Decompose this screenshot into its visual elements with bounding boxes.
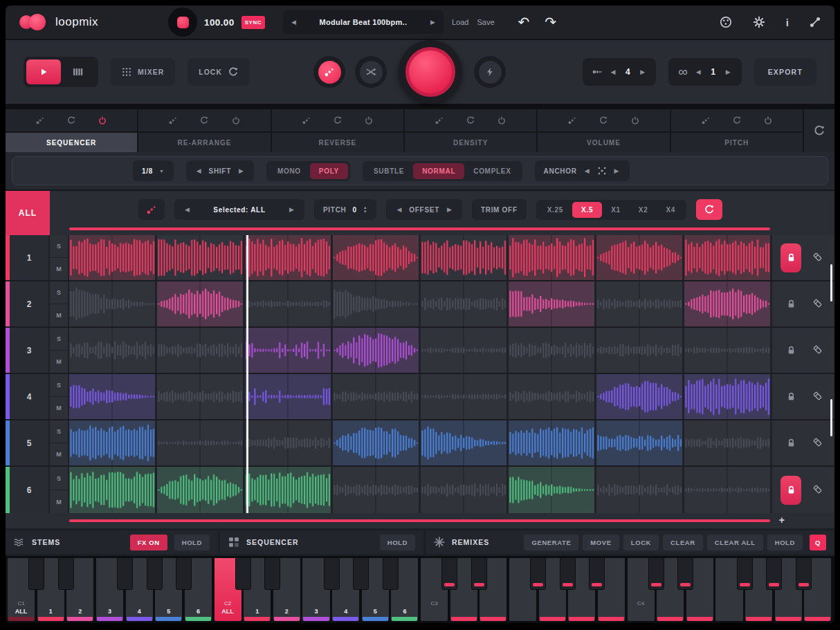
offset-left-button[interactable]: ◀ [395, 205, 403, 214]
black-key[interactable] [589, 557, 605, 590]
shuffle-button[interactable] [355, 56, 387, 88]
scrollbar-thumb[interactable] [830, 264, 833, 302]
loops-next-button[interactable]: ▶ [724, 67, 732, 77]
loop-cell[interactable] [245, 328, 333, 373]
track-erase-button[interactable] [812, 391, 823, 403]
black-key[interactable] [117, 557, 133, 590]
dots-fade-icon[interactable] [435, 116, 444, 124]
loop-cell[interactable] [684, 467, 770, 513]
tab-reverse[interactable]: REVERSE [272, 133, 405, 152]
normal-option[interactable]: NORMAL [413, 163, 464, 179]
main-remix-knob[interactable] [399, 40, 462, 104]
piano-view-button[interactable] [61, 59, 95, 84]
fx-on-button[interactable]: FX ON [130, 535, 167, 550]
loop-cell[interactable] [421, 328, 509, 373]
loop-cell[interactable] [333, 420, 421, 465]
add-button[interactable]: + [779, 515, 785, 526]
selection-dots-button[interactable] [138, 199, 165, 220]
loop-progress-bar[interactable] [69, 228, 770, 230]
play-button[interactable] [26, 59, 61, 84]
remix-clear-all-button[interactable]: CLEAR ALL [707, 535, 763, 550]
loop-icon[interactable] [67, 116, 75, 124]
pitch-stepper[interactable]: ▲▼ [363, 205, 368, 214]
track-lock-button[interactable] [780, 243, 801, 272]
pitch-control[interactable]: PITCH 0 ▲▼ [314, 199, 376, 220]
loop-cell[interactable] [509, 467, 596, 513]
loop-icon[interactable] [200, 116, 208, 124]
loop-cell[interactable] [333, 467, 421, 513]
loop-icon[interactable] [466, 116, 475, 124]
loop-icon[interactable] [733, 116, 741, 124]
loop-cell[interactable] [157, 281, 245, 326]
loop-cell[interactable] [421, 420, 509, 465]
load-button[interactable]: Load [452, 18, 468, 26]
selected-prev-button[interactable]: ◀ [183, 205, 191, 214]
info-icon[interactable]: i [786, 17, 789, 28]
export-button[interactable]: EXPORT [754, 58, 816, 86]
solo-button[interactable]: S [50, 281, 68, 304]
shift-right-button[interactable]: ▶ [237, 166, 245, 176]
black-key[interactable] [796, 557, 812, 590]
stems-hold-button[interactable]: HOLD [174, 535, 210, 550]
black-key[interactable] [147, 557, 163, 590]
power-icon[interactable] [497, 116, 506, 124]
loop-cell[interactable] [157, 374, 245, 419]
mute-button[interactable]: M [50, 443, 68, 465]
mixer-button[interactable]: MIXER [111, 58, 175, 86]
loop-cell[interactable] [245, 235, 333, 280]
multiplier-x2[interactable]: X2 [630, 202, 657, 218]
black-key[interactable] [677, 557, 693, 590]
remix-clear-button[interactable]: CLEAR [663, 535, 703, 550]
rotate-button[interactable] [696, 199, 722, 220]
black-key[interactable] [766, 557, 782, 590]
loop-cell[interactable] [245, 281, 333, 326]
loop-cell[interactable] [421, 374, 509, 419]
loop-cell[interactable] [684, 374, 770, 419]
mute-button[interactable]: M [50, 304, 68, 326]
black-key[interactable] [737, 557, 753, 590]
multiplier-x1[interactable]: X1 [602, 202, 630, 218]
multiplier-x.5[interactable]: X.5 [572, 202, 602, 218]
loops-prev-button[interactable]: ◀ [695, 67, 702, 77]
loop-range-bar[interactable] [69, 519, 770, 522]
redo-button[interactable]: ↷ [545, 15, 556, 29]
power-icon[interactable] [631, 116, 639, 124]
black-key[interactable] [560, 557, 576, 590]
loop-cell[interactable] [157, 420, 245, 465]
quantize-button[interactable]: Q [810, 535, 826, 550]
dots-fade-icon[interactable] [302, 116, 311, 124]
power-icon[interactable] [98, 116, 107, 124]
loop-cell[interactable] [333, 281, 421, 326]
loop-cell[interactable] [157, 467, 245, 513]
preset-next-button[interactable]: ▶ [429, 17, 437, 27]
patch-connect-icon[interactable] [810, 17, 821, 28]
randomizer-ball-icon[interactable] [720, 16, 732, 28]
loop-cell[interactable] [596, 281, 684, 326]
loop-cell[interactable] [245, 467, 333, 513]
loop-cell[interactable] [684, 328, 770, 373]
loop-cell[interactable] [157, 328, 245, 373]
loop-cell[interactable] [684, 281, 770, 326]
scrollbar-thumb[interactable] [830, 399, 833, 436]
power-icon[interactable] [764, 116, 772, 124]
offset-right-button[interactable]: ▶ [446, 205, 453, 214]
poly-option[interactable]: POLY [310, 163, 348, 179]
preset-prev-button[interactable]: ◀ [290, 17, 298, 27]
track-lock-button[interactable] [780, 476, 801, 505]
dots-fade-icon[interactable] [36, 116, 44, 124]
sequencer-hold-button[interactable]: HOLD [380, 535, 415, 550]
tab-density[interactable]: DENSITY [405, 133, 538, 152]
loop-cell[interactable] [69, 281, 157, 326]
loop-cell[interactable] [245, 374, 333, 419]
dots-fade-icon[interactable] [568, 116, 576, 124]
subtle-option[interactable]: SUBTLE [365, 163, 413, 179]
lock-button[interactable]: LOCK [188, 58, 249, 86]
track-erase-button[interactable] [812, 344, 823, 357]
track-erase-button[interactable] [812, 298, 823, 311]
gear-icon[interactable] [753, 16, 765, 28]
black-key[interactable] [648, 557, 664, 590]
loop-icon[interactable] [334, 116, 342, 124]
track-lock-button[interactable] [780, 336, 801, 365]
track-lock-button[interactable] [780, 290, 801, 319]
loop-cell[interactable] [69, 328, 157, 373]
